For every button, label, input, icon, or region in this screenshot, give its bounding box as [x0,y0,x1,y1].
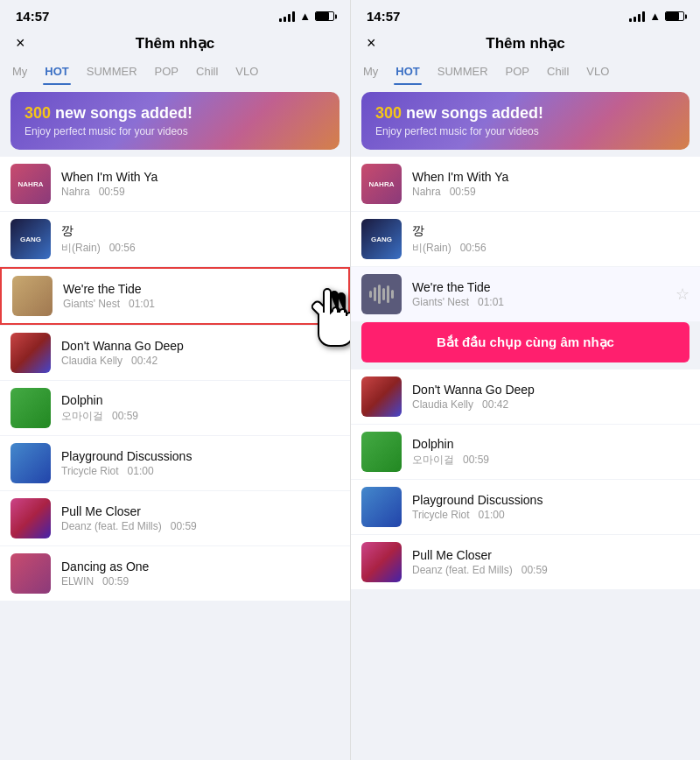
song-item-2-right[interactable]: GANG 깡 비(Rain) 00:56 [351,212,700,266]
song-thumb-5-right [361,432,402,472]
status-icons-left: ▲ [279,10,334,23]
song-title-2-left: 깡 [61,223,340,239]
song-item-6-left[interactable]: Playground Discussions Tricycle Riot 01:… [0,436,350,490]
song-item-3-right[interactable]: We're the Tide Giants' Nest 01:01 ☆ [351,267,700,321]
status-icons-right: ▲ [629,10,684,23]
song-item-1-left[interactable]: NAHRA When I'm With Ya Nahra 00:59 [0,157,350,211]
banner-title-left: 300 new songs added! [24,104,326,123]
tab-my-left[interactable]: My [10,60,29,85]
close-button-left[interactable]: × [16,34,25,53]
song-thumb-1-right: NAHRA [361,164,402,204]
song-meta-4-right: Claudia Kelly 00:42 [412,398,690,411]
song-info-2-left: 깡 비(Rain) 00:56 [61,223,340,256]
song-title-1-right: When I'm With Ya [412,170,690,184]
song-title-4-left: Don't Wanna Go Deep [61,339,340,353]
tab-hot-right[interactable]: HOT [394,60,421,85]
signal-icon [279,11,295,22]
song-meta-6-left: Tricycle Riot 01:00 [61,465,340,477]
song-info-7-left: Pull Me Closer Deanz (feat. Ed Mills) 00… [61,504,340,532]
tab-chill-left[interactable]: Chill [194,60,220,85]
tab-pop-right[interactable]: POP [504,60,531,85]
song-item-3-left[interactable]: We're the Tide Giants' Nest 01:01 [0,267,350,325]
song-thumb-4-left [10,333,51,373]
wifi-icon: ▲ [299,10,311,23]
header-title-right: Thêm nhạc [486,34,564,53]
time-right: 14:57 [367,9,400,24]
tab-hot-left[interactable]: HOT [43,60,70,85]
song-info-6-left: Playground Discussions Tricycle Riot 01:… [61,449,340,477]
song-info-5-right: Dolphin 오마이걸 00:59 [412,437,690,468]
song-info-7-right: Pull Me Closer Deanz (feat. Ed Mills) 00… [412,548,690,576]
tab-summer-right[interactable]: SUMMER [436,60,490,85]
song-thumb-7-right [361,542,402,582]
song-meta-5-right: 오마이걸 00:59 [412,453,690,468]
song-thumb-5-left [10,388,51,428]
song-meta-3-right: Giants' Nest 01:01 [412,296,676,308]
song-list-right: NAHRA When I'm With Ya Nahra 00:59 GANG … [351,157,700,760]
song-item-5-right[interactable]: Dolphin 오마이걸 00:59 [351,425,700,479]
left-panel: 14:57 ▲ × Thêm nhạc My HOT SUMMER POP Ch… [0,0,350,760]
song-item-5-left[interactable]: Dolphin 오마이걸 00:59 [0,381,350,435]
song-info-4-right: Don't Wanna Go Deep Claudia Kelly 00:42 [412,383,690,411]
song-thumb-3-right [361,274,402,314]
song-info-8-left: Dancing as One ELWIN 00:59 [61,559,340,588]
song-item-7-left[interactable]: Pull Me Closer Deanz (feat. Ed Mills) 00… [0,491,350,545]
status-bar-right: 14:57 ▲ [351,0,700,29]
tabs-right: My HOT SUMMER POP Chill VLO [351,60,700,85]
song-meta-6-right: Tricycle Riot 01:00 [412,509,690,521]
banner-left: 300 new songs added! Enjoy perfect music… [10,92,340,150]
song-item-4-right[interactable]: Don't Wanna Go Deep Claudia Kelly 00:42 [351,369,700,424]
tab-chill-right[interactable]: Chill [545,60,570,85]
song-meta-7-left: Deanz (feat. Ed Mills) 00:59 [61,520,340,532]
song-thumb-1-left: NAHRA [10,164,51,204]
song-title-8-left: Dancing as One [61,559,340,574]
song-item-6-right[interactable]: Playground Discussions Tricycle Riot 01:… [351,480,700,534]
song-item-8-left[interactable]: Dancing as One ELWIN 00:59 [0,546,350,601]
song-meta-7-right: Deanz (feat. Ed Mills) 00:59 [412,564,690,576]
tab-vlo-right[interactable]: VLO [584,60,611,85]
status-bar-left: 14:57 ▲ [0,0,350,29]
song-thumb-2-left: GANG [10,219,51,259]
battery-icon-right [665,11,684,21]
song-thumb-4-right [361,376,402,417]
song-item-2-left[interactable]: GANG 깡 비(Rain) 00:56 [0,212,350,266]
song-item-7-right[interactable]: Pull Me Closer Deanz (feat. Ed Mills) 00… [351,535,700,589]
tab-pop-left[interactable]: POP [153,60,180,85]
song-thumb-8-left [10,553,51,594]
song-meta-2-left: 비(Rain) 00:56 [61,241,340,256]
tab-summer-left[interactable]: SUMMER [85,60,139,85]
song-info-2-right: 깡 비(Rain) 00:56 [412,223,690,256]
tabs-left: My HOT SUMMER POP Chill VLO [0,60,350,85]
song-info-1-right: When I'm With Ya Nahra 00:59 [412,170,690,198]
song-thumb-7-left [10,498,51,538]
time-left: 14:57 [16,9,49,24]
banner-number-right: 300 [375,104,402,122]
song-item-4-left[interactable]: Don't Wanna Go Deep Claudia Kelly 00:42 [0,326,350,380]
song-title-5-left: Dolphin [61,393,340,407]
header-title-left: Thêm nhạc [136,34,214,53]
song-info-1-left: When I'm With Ya Nahra 00:59 [61,170,340,198]
close-button-right[interactable]: × [367,34,376,53]
song-thumb-2-right: GANG [361,219,402,259]
tab-vlo-left[interactable]: VLO [234,60,260,85]
song-title-2-right: 깡 [412,223,690,239]
song-item-1-right[interactable]: NAHRA When I'm With Ya Nahra 00:59 [351,157,700,211]
song-title-4-right: Don't Wanna Go Deep [412,383,690,397]
song-title-5-right: Dolphin [412,437,690,451]
song-meta-4-left: Claudia Kelly 00:42 [61,355,340,367]
song-info-4-left: Don't Wanna Go Deep Claudia Kelly 00:42 [61,339,340,367]
song-meta-1-left: Nahra 00:59 [61,186,340,198]
waveform-icon [369,285,394,304]
right-panel: 14:57 ▲ × Thêm nhạc My HOT SUMMER POP Ch… [350,0,700,760]
banner-number-left: 300 [24,104,51,122]
wifi-icon-right: ▲ [649,10,661,23]
song-title-6-right: Playground Discussions [412,493,690,507]
song-info-3-left: We're the Tide Giants' Nest 01:01 [63,282,338,310]
banner-title-right: 300 new songs added! [375,104,676,123]
song-info-3-right: We're the Tide Giants' Nest 01:01 [412,280,676,308]
star-icon[interactable]: ☆ [676,285,690,304]
song-title-7-left: Pull Me Closer [61,504,340,518]
song-thumb-6-left [10,443,51,483]
cta-button[interactable]: Bắt đầu chụp cùng âm nhạc [361,322,690,362]
tab-my-right[interactable]: My [361,60,380,85]
